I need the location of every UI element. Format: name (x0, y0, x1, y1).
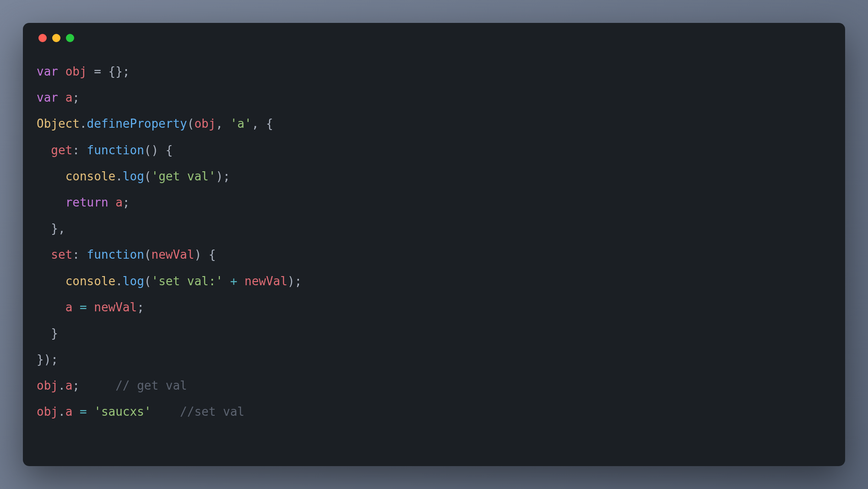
brace: } (37, 326, 58, 340)
param-newval: newVal (151, 248, 194, 261)
close: ); (216, 169, 242, 183)
comment: // get val (115, 379, 187, 392)
code-line-14: obj.a = 'saucxs' //set val (37, 405, 244, 418)
code-line-5: console.log('get val'); (37, 169, 242, 183)
space (151, 405, 180, 418)
dot: . (58, 405, 65, 418)
semi: ; (123, 196, 130, 209)
identifier: obj (65, 65, 87, 78)
operator-eq: = (72, 300, 94, 314)
brace: }, (37, 222, 65, 235)
minimize-icon[interactable] (52, 34, 60, 42)
tail: , { (252, 117, 273, 130)
operator-eq: = (72, 405, 94, 418)
paren: ( (144, 248, 152, 261)
close: ) { (194, 248, 216, 261)
identifier: obj (37, 379, 58, 392)
dot: . (58, 379, 65, 392)
identifier: obj (194, 117, 216, 130)
comma: , (216, 117, 230, 130)
identifier: newVal (244, 274, 288, 288)
code-window: var obj = {}; var a; Object.defineProper… (23, 23, 845, 466)
paren: ( (187, 117, 195, 130)
string: 'set val:' (151, 274, 223, 288)
identifier: newVal (94, 300, 137, 314)
keyword-return: return (65, 196, 108, 209)
semi: ; (72, 379, 115, 392)
punct: = {}; (87, 65, 130, 78)
code-line-2: var a; (37, 91, 80, 104)
code-line-12: }); (37, 353, 58, 366)
identifier: a (65, 91, 73, 104)
keyword-function: function (87, 248, 144, 261)
code-line-3: Object.defineProperty(obj, 'a', { (37, 117, 273, 130)
identifier: a (115, 196, 123, 209)
class-console: console (65, 169, 116, 183)
class-console: console (65, 274, 116, 288)
indent (37, 169, 65, 183)
dot: . (80, 117, 87, 130)
code-line-10: a = newVal; (37, 300, 144, 314)
code-line-4: get: function() { (37, 143, 173, 157)
property: a (65, 379, 73, 392)
dot: . (115, 274, 123, 288)
identifier: obj (37, 405, 58, 418)
window-controls (37, 34, 831, 42)
string: 'saucxs' (94, 405, 151, 418)
operator-plus: + (223, 274, 244, 288)
fn-log: log (123, 169, 144, 183)
indent (37, 300, 65, 314)
identifier: a (65, 300, 73, 314)
indent (37, 196, 65, 209)
key-get: get (51, 143, 72, 157)
code-line-9: console.log('set val:' + newVal); (37, 274, 302, 288)
property: a (65, 405, 73, 418)
code-line-7: }, (37, 222, 65, 235)
indent (37, 143, 51, 157)
keyword-var: var (37, 65, 58, 78)
close: ); (288, 274, 302, 288)
keyword-function: function (87, 143, 144, 157)
punct: ; (72, 91, 80, 104)
code-line-1: var obj = {}; (37, 65, 130, 78)
comment: //set val (180, 405, 244, 418)
colon: : (72, 248, 87, 261)
zoom-icon[interactable] (66, 34, 74, 42)
code-block: var obj = {}; var a; Object.defineProper… (37, 59, 831, 425)
fn-log: log (123, 274, 144, 288)
colon: : (72, 143, 87, 157)
code-line-6: return a; (37, 196, 130, 209)
fn-defineproperty: defineProperty (87, 117, 187, 130)
paren: ( (144, 169, 152, 183)
keyword-var: var (37, 91, 58, 104)
space (108, 196, 116, 209)
close-icon[interactable] (38, 34, 47, 42)
paren: () { (144, 143, 173, 157)
dot: . (115, 169, 123, 183)
paren: ( (144, 274, 152, 288)
indent (37, 274, 65, 288)
string: 'get val' (151, 169, 216, 183)
semi: ; (137, 300, 144, 314)
indent (37, 248, 51, 261)
brace: }); (37, 353, 58, 366)
class-object: Object (37, 117, 80, 130)
code-line-8: set: function(newVal) { (37, 248, 216, 261)
key-set: set (51, 248, 72, 261)
code-line-11: } (37, 326, 58, 340)
code-line-13: obj.a; // get val (37, 379, 187, 392)
string: 'a' (230, 117, 252, 130)
